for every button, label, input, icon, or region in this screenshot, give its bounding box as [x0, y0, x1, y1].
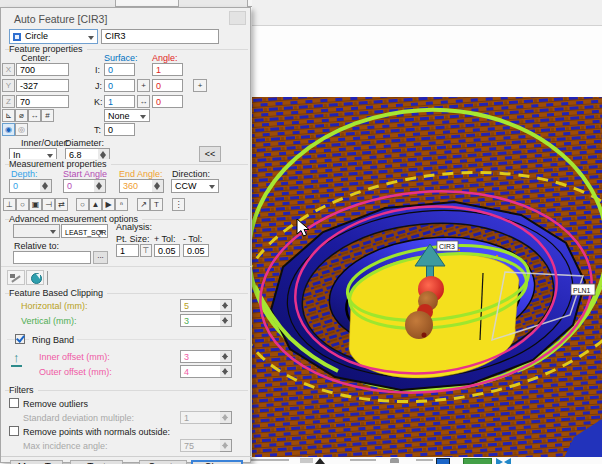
dialog-title: Auto Feature [CIR3] [14, 13, 107, 25]
move-to-button[interactable]: Move To [10, 460, 63, 464]
ring-band-checkbox[interactable] [15, 334, 25, 344]
snap-diameter-button[interactable]: ⌀ [15, 109, 28, 122]
pt-size-input[interactable]: 1 [116, 244, 139, 257]
dialog-close-button[interactable] [229, 11, 246, 25]
max-incidence-spinner[interactable] [220, 439, 232, 452]
tab-divider [47, 271, 48, 285]
measure-option-3-button[interactable]: ▣ [29, 198, 42, 211]
create-button[interactable]: Create [139, 460, 187, 464]
pick-point-button[interactable]: ⊾ [2, 109, 15, 122]
inner-offset-spinner[interactable] [220, 350, 232, 363]
end-angle-spinner[interactable] [152, 179, 164, 193]
measure-option-4-button[interactable]: ⊣ [42, 198, 55, 211]
vector-align-button[interactable]: ↔ [137, 95, 150, 108]
feature-id-input[interactable]: CIR3 [101, 29, 219, 44]
algorithm-aux-combobox[interactable] [13, 224, 60, 238]
feature-type-combobox[interactable]: Circle [9, 29, 98, 44]
bowtie-icon-left [496, 458, 503, 464]
horizontal-spinner[interactable] [220, 299, 232, 312]
outer-offset-label: Outer offset (mm): [39, 367, 112, 377]
close-button[interactable]: Close [191, 460, 243, 464]
feature-label-pln1[interactable]: PLN1 [571, 284, 595, 295]
depth-input[interactable]: 0 [9, 179, 41, 193]
start-angle-spinner[interactable] [94, 179, 106, 193]
vertical-spinner[interactable] [220, 314, 232, 327]
tab-scan-settings[interactable] [26, 270, 44, 285]
outer-offset-input[interactable]: 4 [180, 365, 221, 378]
center-label: Center: [21, 53, 51, 63]
clipping-header: Feature Based Clipping [9, 288, 107, 298]
surface-i-input[interactable]: 0 [104, 63, 135, 76]
i-label: I: [95, 65, 100, 75]
relative-to-input[interactable] [13, 251, 91, 264]
outer-offset-spinner[interactable] [220, 365, 232, 378]
x-axis-button[interactable]: X [2, 63, 15, 76]
center-y-input[interactable]: -327 [16, 79, 69, 92]
measure-option-9-button[interactable]: ⁿ [115, 198, 128, 211]
y-axis-button[interactable]: Y [2, 79, 15, 92]
algorithm-combobox[interactable]: LEAST_SQR [61, 224, 108, 238]
measure-option-10-button[interactable]: ↗ [137, 198, 150, 211]
inner-offset-input[interactable]: 3 [180, 350, 221, 363]
probe-toggle-off-button[interactable]: ◎ [15, 123, 28, 136]
measure-option-6-button[interactable]: ○ [76, 198, 89, 211]
graphics-window-background [252, 26, 602, 97]
measure-option-8-button[interactable]: ▶ [102, 198, 115, 211]
status-bar-sliver [245, 457, 602, 464]
sensor-mode-combobox[interactable]: None [104, 109, 150, 122]
filters-header: Filters [9, 385, 38, 395]
std-dev-spinner[interactable] [220, 411, 232, 424]
plus-tol-label: + Tol: [154, 234, 176, 244]
measure-option-12-button[interactable]: ⋮ [172, 198, 185, 211]
angle-vector-flip-button[interactable]: + [193, 79, 207, 92]
measure-option-2-button[interactable]: ○ [16, 198, 29, 211]
measure-option-7-button[interactable]: ▲ [89, 198, 102, 211]
end-angle-input[interactable]: 360 [119, 179, 153, 193]
test-button[interactable]: Test [70, 460, 123, 464]
direction-combobox[interactable]: CCW [171, 179, 219, 193]
start-angle-input[interactable]: 0 [63, 179, 95, 193]
end-angle-label: End Angle: [119, 169, 163, 179]
vertical-input[interactable]: 3 [180, 314, 221, 327]
remove-normals-checkbox[interactable] [9, 426, 19, 436]
snap-width-button[interactable]: ↔ [28, 109, 41, 122]
statusbar-fragment [249, 459, 289, 461]
dialog-titlebar[interactable]: Auto Feature [CIR3] [1, 8, 250, 28]
measure-option-1-button[interactable]: ⊥ [3, 198, 16, 211]
analysis-pick-button[interactable]: ⊤ [140, 244, 152, 257]
std-dev-input[interactable]: 1 [180, 411, 221, 424]
3d-graphics-viewport[interactable]: CIR3 PLN1 [252, 97, 602, 457]
center-z-input[interactable]: 70 [16, 95, 69, 108]
max-incidence-input[interactable]: 75 [180, 439, 221, 452]
bowtie-icon-right [504, 458, 511, 464]
minus-tol-input[interactable]: 0.05 [183, 244, 209, 257]
z-axis-button[interactable]: Z [2, 95, 15, 108]
feature-label-cir3[interactable]: CIR3 [437, 241, 458, 251]
probe-toggle-on-button[interactable]: ◉ [2, 123, 15, 136]
remove-outliers-checkbox[interactable] [9, 398, 19, 408]
horizontal-input[interactable]: 5 [180, 299, 221, 312]
green-icon [463, 458, 492, 464]
diameter-label: Diameter: [65, 138, 104, 148]
advanced-options-header: Advanced measurement options [9, 214, 142, 224]
std-dev-label: Standard deviation multiple: [23, 413, 134, 423]
angle-i-input[interactable]: 1 [152, 63, 183, 76]
measure-option-11-button[interactable]: T [150, 198, 163, 211]
t-input[interactable]: 0 [104, 123, 135, 136]
plus-tol-input[interactable]: 0.05 [154, 244, 180, 257]
relative-to-browse-button[interactable]: ... [93, 251, 108, 264]
remove-normals-label: Remove points with normals outside: [23, 427, 170, 437]
surface-k-input[interactable]: 1 [104, 95, 135, 108]
collapse-dialog-button[interactable]: << [199, 146, 221, 162]
measure-option-5-button[interactable]: ⇄ [55, 198, 68, 211]
angle-k-input[interactable]: 0 [152, 95, 183, 108]
tab-laser-settings[interactable] [7, 270, 25, 285]
depth-spinner[interactable] [40, 179, 52, 193]
angle-j-input[interactable]: 0 [152, 79, 183, 92]
surface-j-input[interactable]: 0 [104, 79, 135, 92]
snap-grid-button[interactable]: # [41, 109, 54, 122]
surface-vector-flip-button[interactable]: + [137, 79, 150, 92]
main-toolbar-area [252, 0, 602, 26]
center-x-input[interactable]: 700 [16, 63, 69, 76]
ring-band-direction-icon[interactable]: ↑ [11, 351, 22, 364]
